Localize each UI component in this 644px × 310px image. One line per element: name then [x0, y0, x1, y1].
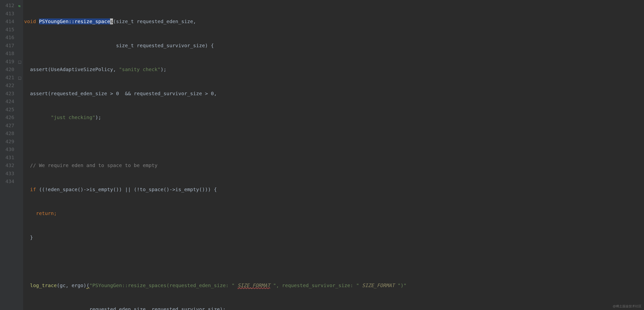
code-text: );	[95, 114, 101, 120]
code-text	[234, 283, 238, 288]
code-text	[270, 283, 273, 288]
code-text: assert(requested_eden_size >	[24, 90, 116, 96]
line-number: 421	[0, 73, 14, 82]
text-selection: PSYoungGen::resize_space	[39, 18, 110, 24]
code-text: (gc, ergo)	[56, 283, 86, 288]
warning-wavy: (	[86, 283, 89, 288]
code-text: size_t requested_survivor_size) {	[24, 42, 214, 48]
line-number: 412	[0, 1, 14, 9]
line-number: 430	[0, 145, 14, 154]
code-line[interactable]: assert(UseAdaptiveSizePolicy, "sanity ch…	[24, 65, 644, 73]
code-line[interactable]: "just checking");	[24, 113, 644, 122]
code-text	[359, 283, 362, 288]
code-text	[24, 187, 30, 192]
code-line[interactable]: if ((!eden_space()->is_empty()) || (!to_…	[24, 186, 644, 194]
keyword-void: void	[24, 18, 39, 24]
keyword-return: return	[24, 210, 54, 216]
code-line[interactable]: assert(requested_eden_size > 0 && reques…	[24, 90, 644, 98]
line-number: 420	[0, 65, 14, 73]
line-number: 426	[0, 113, 14, 122]
string-literal: ", requested_survivor_size: "	[273, 283, 359, 288]
macro-identifier: SIZE_FORMAT	[238, 283, 270, 288]
code-line[interactable]: // We require eden and to space to be em…	[24, 161, 644, 170]
fold-collapse-icon[interactable]	[18, 77, 21, 80]
code-line[interactable]	[24, 138, 644, 146]
code-text: assert(UseAdaptiveSizePolicy,	[24, 66, 119, 72]
code-line[interactable]: log_trace(gc, ergo)("PSYoungGen::resize_…	[24, 282, 644, 290]
string-literal: "sanity check"	[119, 66, 160, 72]
line-number: 418	[0, 49, 14, 57]
line-number: 414	[0, 17, 14, 25]
code-line[interactable]: void PSYoungGen::resize_spaces(size_t re…	[24, 17, 644, 25]
line-number: 413	[0, 9, 14, 18]
line-number: 427	[0, 122, 14, 130]
code-text: (size_t requested_eden_size,	[113, 18, 196, 24]
line-number: 433	[0, 170, 14, 178]
code-text: }	[24, 235, 33, 240]
line-number: 434	[0, 177, 14, 186]
function-call: log_trace	[30, 283, 56, 288]
code-text: requested_eden_size, requested_survivor_…	[24, 306, 226, 310]
code-line[interactable]: requested_eden_size, requested_survivor_…	[24, 305, 644, 310]
code-text: ((!eden_space()->is_empty()) || (!to_spa…	[36, 187, 217, 192]
line-number: 431	[0, 154, 14, 162]
code-text: ,	[214, 90, 217, 96]
line-number: 432	[0, 161, 14, 170]
code-editor[interactable]: 412 413 414 415 416 417 418 419 420 421 …	[0, 0, 644, 310]
line-number: 429	[0, 138, 14, 146]
line-number: 419	[0, 57, 14, 66]
git-change-icon[interactable]: ⇆	[18, 2, 20, 10]
code-text	[394, 283, 398, 288]
string-literal: "just checking"	[51, 114, 95, 120]
code-line[interactable]: size_t requested_survivor_size) {	[24, 41, 644, 50]
line-number: 416	[0, 33, 14, 41]
line-number: 428	[0, 129, 14, 138]
code-line[interactable]	[24, 257, 644, 266]
line-number: 422	[0, 81, 14, 90]
code-line[interactable]: return;	[24, 209, 644, 218]
code-text	[24, 283, 30, 288]
line-number: 424	[0, 97, 14, 106]
string-literal: ")"	[398, 283, 406, 288]
line-number: 415	[0, 25, 14, 34]
comment: // We require eden and to space to be em…	[24, 162, 158, 168]
line-number: 423	[0, 90, 14, 98]
string-literal: "PSYoungGen::resize_spaces(requested_ede…	[89, 283, 234, 288]
code-text: );	[160, 66, 166, 72]
gutter-icon-column: ⇆	[17, 0, 23, 310]
keyword-if: if	[30, 187, 36, 192]
text-cursor: s	[110, 18, 113, 24]
code-line[interactable]: }	[24, 234, 644, 242]
code-text: ;	[54, 210, 56, 216]
number-literal: 0	[116, 90, 119, 96]
code-text	[24, 114, 51, 120]
fold-collapse-icon[interactable]	[18, 61, 21, 64]
code-text: && requested_survivor_size >	[119, 90, 211, 96]
macro-identifier: SIZE_FORMAT	[362, 283, 394, 288]
line-number: 417	[0, 41, 14, 50]
code-area[interactable]: void PSYoungGen::resize_spaces(size_t re…	[23, 0, 644, 310]
number-literal: 0	[211, 90, 214, 96]
line-number-gutter: 412 413 414 415 416 417 418 419 420 421 …	[0, 0, 17, 310]
line-number: 425	[0, 106, 14, 114]
watermark-text: @稀土掘金技术社区	[613, 304, 642, 309]
